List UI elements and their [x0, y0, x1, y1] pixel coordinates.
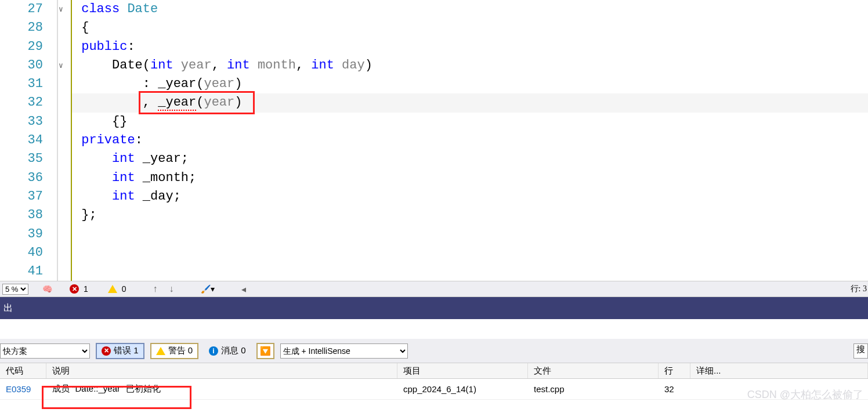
brace: {: [81, 20, 89, 35]
type: int: [112, 151, 135, 166]
member: _year;: [135, 151, 189, 166]
line-gutter: 27 28 29 30 31 32 33 34 35 36 37 38 39 4…: [0, 0, 58, 281]
type: int: [150, 58, 173, 73]
fold-icon[interactable]: ∨: [59, 5, 63, 14]
editor-toolbar: 5 % 🧠 ✕ 1 0 ↑ ↓ 🖌️▾ ◂ 行: 3: [0, 281, 868, 297]
type: int: [227, 58, 250, 73]
warnings-filter-button[interactable]: 警告 0: [150, 343, 199, 359]
col-line-header[interactable]: 行: [659, 363, 690, 378]
line-num: 36: [0, 169, 45, 187]
member: _day;: [135, 189, 181, 204]
line-num: 41: [0, 262, 45, 281]
line-num: 39: [0, 225, 45, 244]
search-input[interactable]: 搜: [853, 343, 868, 359]
col-code-header[interactable]: 代码: [0, 363, 46, 378]
code-line[interactable]: private:: [72, 131, 868, 150]
code-line[interactable]: public:: [72, 38, 868, 56]
paren: ): [365, 58, 372, 73]
error-icon: ✕: [102, 346, 111, 356]
line-num: 38: [0, 206, 45, 225]
zoom-select[interactable]: 5 %: [2, 284, 28, 295]
error-project: cpp_2024_6_14(1): [397, 379, 528, 399]
code-line[interactable]: };: [72, 206, 868, 225]
line-num: 35: [0, 150, 45, 168]
col-project-header[interactable]: 项目: [397, 363, 528, 378]
code-line[interactable]: {: [72, 19, 868, 37]
line-num: 31: [0, 75, 45, 93]
line-num: 37: [0, 187, 45, 206]
error-code-link[interactable]: E0359: [0, 379, 46, 399]
line-num: 32: [0, 93, 45, 112]
code-line[interactable]: {}: [72, 113, 868, 131]
solution-filter[interactable]: 快方案: [0, 343, 90, 359]
source-filter[interactable]: 生成 + IntelliSense: [280, 343, 408, 359]
col-desc-header[interactable]: 说明: [46, 363, 397, 378]
error-line: 32: [659, 379, 690, 399]
code-content[interactable]: class Date { public: Date(int year, int …: [72, 0, 868, 281]
output-tab-header[interactable]: 出: [0, 297, 868, 319]
scroll-left-icon[interactable]: ◂: [238, 284, 249, 295]
code-line[interactable]: int _month;: [72, 169, 868, 187]
brush-icon[interactable]: 🖌️▾: [201, 284, 215, 294]
errors-label: 错误 1: [114, 345, 139, 356]
member: _month;: [135, 171, 197, 185]
type: int: [112, 171, 135, 185]
line-num: 27: [0, 0, 45, 19]
error-count: 1: [84, 284, 88, 294]
type: int: [311, 58, 334, 73]
code-line[interactable]: [72, 262, 868, 281]
annotation-highlight-box: [42, 386, 191, 409]
keyword: class: [81, 2, 120, 16]
code-line[interactable]: class Date: [72, 0, 868, 19]
init: : _year(: [143, 77, 204, 91]
warnings-label: 警告 0: [168, 345, 193, 356]
filter-toggle[interactable]: 🔽: [256, 343, 274, 359]
arrow-up-icon[interactable]: ↑: [150, 284, 161, 294]
code-line[interactable]: int _day;: [72, 187, 868, 206]
fold-icon[interactable]: ∨: [59, 61, 63, 70]
annotation-highlight-box: [139, 91, 255, 114]
info-filter-button[interactable]: i消息 0: [204, 343, 251, 359]
info-icon: i: [209, 346, 218, 356]
param: day: [342, 58, 365, 73]
paren: (: [143, 58, 150, 73]
arrow-down-icon[interactable]: ↓: [166, 284, 178, 294]
code-line[interactable]: [72, 225, 868, 244]
error-list-filter-bar: 快方案 ✕错误 1 警告 0 i消息 0 🔽 生成 + IntelliSense…: [0, 339, 868, 363]
error-file: test.cpp: [528, 379, 659, 399]
braces: {}: [112, 114, 127, 129]
param: year: [204, 77, 234, 91]
fold-column[interactable]: ∨ ∨: [58, 0, 72, 281]
code-editor[interactable]: 27 28 29 30 31 32 33 34 35 36 37 38 39 4…: [0, 0, 868, 281]
col-details-header[interactable]: 详细...: [690, 363, 868, 378]
code-line[interactable]: [72, 244, 868, 262]
code-line[interactable]: int _year;: [72, 150, 868, 168]
intellisense-icon[interactable]: 🧠: [42, 284, 52, 294]
paren: ): [234, 77, 242, 91]
col-file-header[interactable]: 文件: [528, 363, 659, 378]
info-label: 消息 0: [221, 345, 246, 356]
line-num: 29: [0, 38, 45, 56]
warning-icon: [156, 347, 165, 355]
warning-count: 0: [122, 284, 126, 294]
table-header: 代码 说明 项目 文件 行 详细...: [0, 363, 868, 379]
line-num: 28: [0, 19, 45, 37]
line-num: 34: [0, 131, 45, 150]
comma: ,: [212, 58, 227, 73]
error-icon[interactable]: ✕: [70, 284, 79, 294]
param: year: [181, 58, 212, 73]
line-indicator: 行: 3: [851, 284, 867, 294]
keyword: private: [81, 133, 135, 147]
line-num: 33: [0, 113, 45, 131]
code-line[interactable]: Date(int year, int month, int day): [72, 56, 868, 75]
errors-filter-button[interactable]: ✕错误 1: [96, 343, 144, 359]
warning-icon[interactable]: [108, 285, 117, 293]
colon: :: [127, 39, 135, 54]
param: month: [258, 58, 296, 73]
ctor-name: Date: [112, 58, 143, 73]
keyword: public: [81, 39, 127, 54]
line-num: 30: [0, 56, 45, 75]
brace: };: [81, 208, 96, 222]
class-name: Date: [127, 2, 158, 16]
tab-label: 出: [3, 302, 13, 314]
